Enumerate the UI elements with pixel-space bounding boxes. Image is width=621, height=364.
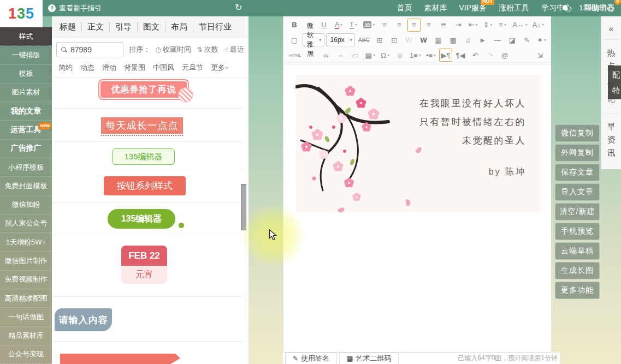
multi-image-icon[interactable]: ▩ [447, 33, 460, 46]
app-logo[interactable]: 135 [0, 0, 43, 27]
art-qrcode-tab[interactable]: ▦ 艺术二维码 [339, 353, 399, 364]
style-sample-button-series[interactable]: 按钮系列样式 [104, 176, 186, 195]
filter-tag[interactable]: 元旦节 [182, 63, 203, 73]
font-family-select[interactable]: 微软雅黑 [303, 33, 324, 46]
underline-icon[interactable]: U [317, 19, 330, 32]
style-sample-input-hint[interactable]: 请输入内容 [55, 308, 112, 331]
tab-morning-news[interactable]: 早资讯 [607, 120, 616, 159]
sidebar-item[interactable]: 模板 [0, 65, 52, 83]
nav-item[interactable]: VIP服务 HOT [459, 3, 487, 13]
sidebar-item[interactable]: 广告推广 [0, 140, 52, 158]
layout-template-icon[interactable]: ▤ [364, 49, 377, 62]
sidebar-item[interactable]: 小程序模板 [0, 158, 52, 177]
style-tab[interactable]: 布局 [165, 22, 193, 32]
blockquote-icon[interactable]: ” [305, 49, 318, 62]
quick-action-button[interactable]: 云端草稿 [555, 242, 600, 260]
quick-action-button[interactable]: 微信复制 [555, 124, 600, 142]
word-paste-icon[interactable]: W [403, 33, 416, 46]
outdent-icon[interactable]: ⇤ [466, 19, 480, 32]
nav-item[interactable]: 素材库 [424, 3, 447, 13]
indent-icon[interactable]: ⇥ [452, 19, 465, 32]
line-height-icon[interactable]: ⇕ [481, 19, 494, 32]
style-tab[interactable]: 节日行业 [193, 22, 237, 32]
filter-tag[interactable]: 中国风 [153, 63, 174, 73]
clock-icon[interactable]: ◷收藏时间 [155, 45, 191, 55]
special-char-icon[interactable]: Ω [378, 49, 392, 62]
refresh-icon[interactable]: ↻ [235, 2, 242, 13]
sidebar-item[interactable]: 一句话做图 [0, 308, 52, 326]
quick-action-button[interactable]: 外网复制 [555, 144, 600, 162]
unordered-list-icon[interactable]: •≡ [424, 49, 437, 62]
sidebar-item[interactable]: 精品素材库 [0, 327, 52, 345]
font-color-icon[interactable]: A [332, 19, 345, 32]
newbie-guide-link[interactable]: ? 查看新手指引 [48, 0, 102, 16]
align-center-icon[interactable]: ≡ [393, 19, 406, 32]
bold-icon[interactable]: B [288, 19, 301, 32]
align-right-icon[interactable]: ≡ [407, 19, 421, 32]
emoji-icon[interactable]: ☺ [393, 49, 406, 62]
eraser-icon[interactable]: ◪ [506, 33, 519, 46]
sort-icon[interactable]: ⇅次数 [197, 45, 218, 55]
horizontal-rule-icon[interactable]: — [491, 33, 504, 46]
style-tab[interactable]: 引导 [110, 22, 138, 32]
ltr-paragraph-icon[interactable]: ▶¶ [439, 49, 452, 62]
style-tab[interactable]: 标题 [54, 22, 82, 32]
image-icon[interactable]: ▦ [432, 33, 445, 46]
magic-fill-icon[interactable]: ✶ [535, 33, 548, 46]
sidebar-item[interactable]: 免费封面模板 [0, 177, 52, 195]
quick-action-button[interactable]: 更多功能 [555, 282, 600, 299]
sidebar-item[interactable]: 微信图片制作 [0, 252, 52, 270]
unlink-icon[interactable]: ∞ [334, 49, 347, 62]
style-tab[interactable]: 正文 [82, 22, 110, 32]
strikethrough-icon[interactable]: ABC [357, 33, 371, 46]
panel-scrollbar-thumb[interactable] [241, 184, 246, 230]
filter-tag[interactable]: 更多 [211, 63, 228, 73]
style-sample-calendar[interactable]: FEB 22 元宵 [121, 246, 167, 284]
style-search-input[interactable]: 87989 [56, 42, 123, 57]
sidebar-item[interactable]: 微信加粉 [0, 196, 52, 214]
sidebar-item[interactable]: 高清精准配图 [0, 289, 52, 308]
align-justify-icon[interactable]: ≡ [422, 19, 435, 32]
style-sample-title[interactable]: 每天成长一点点 [101, 117, 183, 134]
page-preview-icon[interactable]: ▭ [349, 49, 362, 62]
html-icon[interactable]: HTML [288, 49, 303, 62]
fullscreen-icon[interactable]: ⇲ [534, 49, 547, 62]
signature-tab[interactable]: ✎ 使用签名 [285, 353, 337, 364]
style-sample-coupon[interactable]: 优惠券抢了再说 [99, 80, 188, 99]
account-menu[interactable]: 135编辑器 V [579, 3, 614, 13]
hand-icon[interactable]: ☝最近 [224, 45, 244, 55]
find-replace-icon[interactable]: @ [498, 49, 511, 62]
text-direction-icon[interactable]: A↕ [531, 19, 546, 32]
video-icon[interactable]: ► [476, 33, 489, 46]
filter-tag[interactable]: 动态 [80, 63, 94, 73]
nav-item[interactable]: 涨粉工具 [499, 3, 529, 13]
quick-action-button[interactable]: 手机预览 [555, 223, 600, 240]
undo-icon[interactable]: ↶ [469, 49, 482, 62]
style-sample-partial[interactable] [60, 354, 180, 364]
ordered-list-icon[interactable]: 1≡ [408, 49, 423, 62]
collapse-icon[interactable]: « [601, 24, 621, 34]
word-import-icon[interactable]: W [417, 33, 430, 46]
quick-action-button[interactable]: 保存文章 [555, 164, 600, 181]
filter-tag[interactable]: 滑动 [102, 63, 116, 73]
new-document-icon[interactable]: ▢ [288, 33, 301, 46]
sidebar-item[interactable]: 公众号变现 [0, 345, 52, 364]
sidebar-item[interactable]: 1天增粉5W+ [0, 233, 52, 252]
sidebar-item[interactable]: 免费视频制作 [0, 271, 52, 289]
rtl-paragraph-icon[interactable]: ¶◀ [454, 49, 467, 62]
letter-spacing-icon[interactable]: A↔ [511, 19, 529, 32]
music-icon[interactable]: ♫ [462, 33, 475, 46]
table-image-icon[interactable]: ⊡ [388, 33, 401, 46]
sidebar-item[interactable]: 一键排版 [0, 46, 52, 64]
text-style-icon[interactable]: T [347, 19, 360, 32]
format-painter-icon[interactable]: ✎ [521, 33, 534, 46]
sidebar-item[interactable]: 运营工具 new [0, 121, 52, 139]
editor-canvas[interactable]: 在我眼里没有好人坏人只有暂时被情绪左右的未觉醒的圣人 by 陈坤 [283, 65, 551, 352]
quick-action-button[interactable]: 清空/新建 [555, 203, 600, 220]
align-left-icon[interactable]: ≡ [378, 19, 391, 32]
sidebar-item[interactable]: 别人家公众号 [0, 214, 52, 233]
sidebar-item[interactable]: 图片素材 [0, 83, 52, 102]
sidebar-item[interactable]: 我的文章 [0, 102, 52, 121]
font-size-select[interactable]: 16px [326, 33, 356, 46]
filter-tag[interactable]: 简约 [58, 63, 73, 73]
